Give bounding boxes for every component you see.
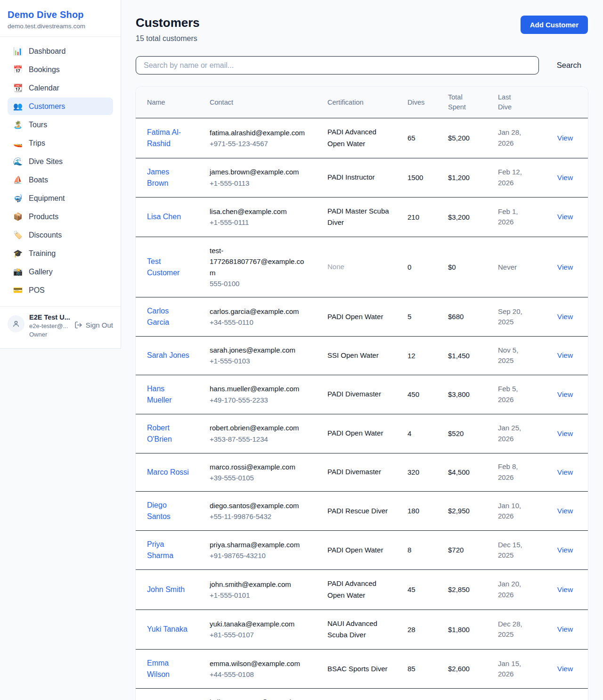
customer-name-link[interactable]: Lisa Chen [147,211,181,222]
customer-total-spent: $3,800 [442,375,492,414]
customer-certification: PADI Master Scuba Diver [327,206,390,229]
view-link[interactable]: View [557,390,573,398]
view-link[interactable]: View [557,173,573,181]
table-row: Marco Rossi marco.rossi@example.com +39-… [136,453,588,492]
shop-title: Demo Dive Shop [8,9,113,20]
customer-dives: 12 [402,337,442,375]
customer-dives: 8 [402,531,442,570]
dashboard-icon: 📊 [13,47,23,56]
search-input[interactable] [136,56,539,74]
sidebar-item-bookings[interactable]: 📅 Bookings [8,61,113,78]
sidebar-item-boats[interactable]: ⛵ Boats [8,171,113,189]
sign-out-button[interactable]: Sign Out [74,321,113,329]
customer-email: marco.rossi@example.com [210,461,310,472]
customer-dives: 45 [402,570,442,610]
user-name: E2E Test U... [29,313,70,321]
view-link[interactable]: View [557,213,573,221]
customer-phone: +39-555-0105 [210,472,310,483]
col-contact: Contact [204,87,322,118]
view-link[interactable]: View [557,625,573,633]
add-customer-button[interactable]: Add Customer [521,16,588,34]
customer-phone: +91-98765-43210 [210,550,310,561]
sidebar-item-dashboard[interactable]: 📊 Dashboard [8,42,113,60]
equipment-icon: 🤿 [13,194,23,203]
customer-phone: +1-555-0103 [210,355,310,366]
customer-last-dive: Feb 8, 2026 [498,461,528,483]
customer-total-spent: $2,600 [442,650,492,689]
customer-name-link[interactable]: Emma Wilson [147,658,191,680]
customer-name-link[interactable]: Fatima Al-Rashid [147,127,191,149]
customer-last-dive: Jan 28, 2026 [498,127,528,148]
page-header: Customers 15 total customers Add Custome… [136,16,588,43]
customer-email: john.smith@example.com [210,579,310,590]
customer-email: hans.mueller@example.com [210,383,310,394]
view-link[interactable]: View [557,429,573,437]
view-link[interactable]: View [557,313,573,321]
customer-email: yuki.tanaka@example.com [210,618,310,629]
customer-email: fatima.alrashid@example.com [210,127,310,138]
customer-total-spent: $1,450 [442,337,492,375]
sidebar: Demo Dive Shop demo.test.divestreams.com… [0,0,121,349]
customer-name-link[interactable]: Priya Sharma [147,539,191,561]
sidebar-item-equipment[interactable]: 🤿 Equipment [8,189,113,207]
sidebar-item-trips[interactable]: 🚤 Trips [8,134,113,152]
sidebar-item-dive-sites[interactable]: 🌊 Dive Sites [8,153,113,170]
view-link[interactable]: View [557,507,573,515]
customer-name-link[interactable]: John Smith [147,584,185,595]
customer-name-link[interactable]: Yuki Tanaka [147,624,187,635]
view-link[interactable]: View [557,665,573,673]
sidebar-item-tours[interactable]: 🏝️ Tours [8,116,113,133]
view-link[interactable]: View [557,351,573,359]
customer-dives: 0 [402,237,442,297]
customer-table-body: Fatima Al-Rashid fatima.alrashid@example… [136,118,588,700]
sidebar-item-calendar[interactable]: 📆 Calendar [8,79,113,97]
customer-dives: 180 [402,492,442,531]
bookings-icon: 📅 [13,65,23,74]
view-link[interactable]: View [557,134,573,142]
customer-email: lisa.chen@example.com [210,206,310,217]
customer-name-link[interactable]: Diego Santos [147,500,191,522]
customer-name-link[interactable]: Hans Mueller [147,383,191,406]
sidebar-item-label: Discounts [29,231,62,239]
customer-certification: PADI Advanced Open Water [327,126,390,150]
customer-name-link[interactable]: Sarah Jones [147,350,189,361]
customer-phone: +55-11-99876-5432 [210,511,310,522]
customer-last-dive: Dec 28, 2025 [498,619,528,640]
sidebar-item-label: Trips [29,139,45,148]
customer-certification: SSI Open Water [327,350,379,362]
sidebar-item-products[interactable]: 📦 Products [8,208,113,225]
customer-total-spent: $720 [442,531,492,570]
sidebar-item-pos[interactable]: 💳 POS [8,281,113,299]
customer-total-spent: $680 [442,297,492,337]
customer-last-dive: Feb 12, 2026 [498,167,528,188]
customer-name-link[interactable]: Test Customer [147,256,191,279]
col-dives: Dives [402,87,442,118]
sidebar-item-customers[interactable]: 👥 Customers [8,98,113,115]
sidebar-item-label: Tours [29,121,47,129]
page-title: Customers [136,16,200,30]
sidebar-item-label: Dashboard [29,47,65,56]
sidebar-item-gallery[interactable]: 📸 Gallery [8,263,113,280]
table-row: Lisa Chen lisa.chen@example.com +1-555-0… [136,197,588,237]
view-link[interactable]: View [557,263,573,271]
sidebar-item-label: Products [29,213,58,221]
sidebar-item-training[interactable]: 🎓 Training [8,245,113,262]
view-link[interactable]: View [557,468,573,476]
search-button[interactable]: Search [550,57,588,74]
customer-phone: +353-87-555-1234 [210,434,310,445]
view-link[interactable]: View [557,585,573,593]
customer-phone: +1-555-0101 [210,590,310,601]
customer-name-link[interactable]: Robert O'Brien [147,422,191,445]
customer-total-spent: $4,500 [442,453,492,492]
col-actions [542,87,588,118]
main-content: Customers 15 total customers Add Custome… [136,0,588,700]
customer-name-link[interactable]: James Brown [147,166,191,189]
customer-name-link[interactable]: Carlos Garcia [147,305,191,328]
customer-name-link[interactable]: Marco Rossi [147,467,189,478]
sidebar-item-discounts[interactable]: 🏷️ Discounts [8,226,113,244]
view-link[interactable]: View [557,546,573,554]
sidebar-item-label: Boats [29,176,48,184]
col-name: Name [136,87,204,118]
customer-certification: NAUI Advanced Scuba Diver [327,618,390,642]
table-row: Yuki Tanaka yuki.tanaka@example.com +81-… [136,609,588,650]
